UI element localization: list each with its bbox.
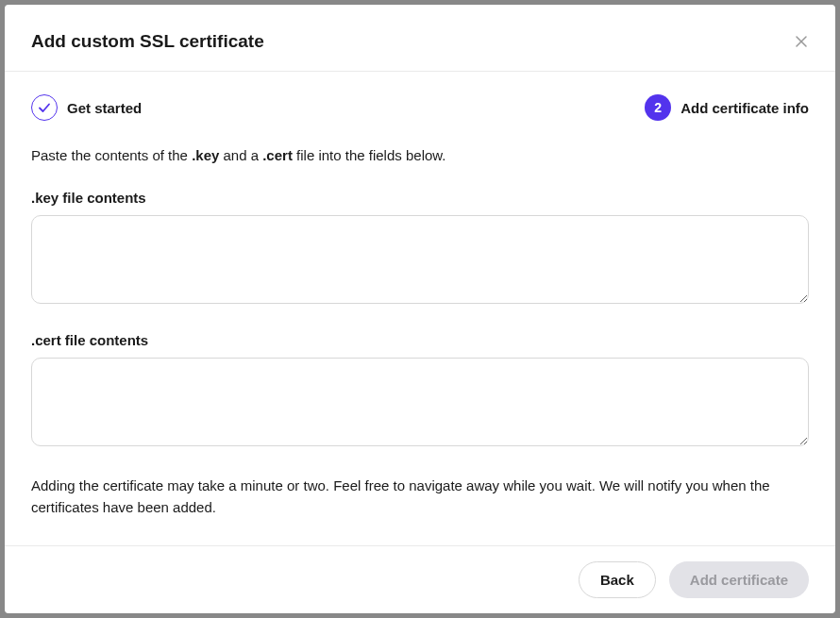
key-file-textarea[interactable]: [31, 215, 809, 304]
close-icon[interactable]: [794, 34, 809, 49]
key-file-field-group: .key file contents: [31, 190, 809, 308]
modal-header: Add custom SSL certificate: [5, 5, 835, 72]
add-certificate-button[interactable]: Add certificate: [669, 561, 809, 598]
step-label: Add certificate info: [680, 100, 809, 116]
cert-file-field-group: .cert file contents: [31, 332, 809, 450]
step-add-certificate-info: 2 Add certificate info: [645, 94, 809, 121]
key-file-label: .key file contents: [31, 190, 809, 206]
step-label: Get started: [67, 100, 142, 116]
step-get-started: Get started: [31, 94, 142, 121]
step-progress: Get started 2 Add certificate info: [5, 72, 835, 132]
checkmark-icon: [31, 94, 58, 121]
cert-file-textarea[interactable]: [31, 358, 809, 446]
ssl-certificate-modal: Add custom SSL certificate Get started 2…: [5, 5, 835, 613]
modal-title: Add custom SSL certificate: [31, 31, 264, 52]
instruction-text: Paste the contents of the .key and a .ce…: [31, 147, 809, 163]
processing-note: Adding the certificate may take a minute…: [31, 475, 809, 519]
back-button[interactable]: Back: [579, 561, 656, 598]
cert-file-label: .cert file contents: [31, 332, 809, 348]
step-number-badge: 2: [645, 94, 671, 121]
modal-body: Paste the contents of the .key and a .ce…: [5, 132, 835, 545]
modal-footer: Back Add certificate: [5, 545, 835, 613]
